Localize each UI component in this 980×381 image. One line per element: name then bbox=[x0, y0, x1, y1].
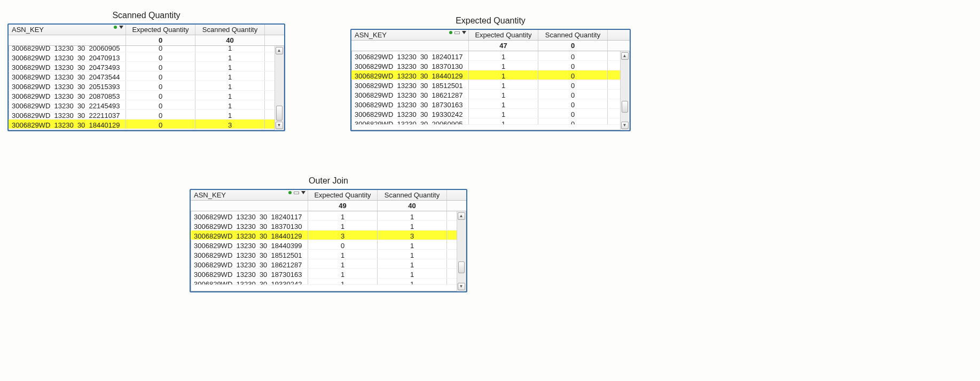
cell-scanned: 1 bbox=[378, 221, 447, 230]
table-row[interactable]: 3006829WD_13230_30_1844012933 bbox=[191, 231, 457, 240]
scanned-scrollbar[interactable]: ▲ ▼ bbox=[275, 46, 283, 130]
table-row[interactable]: 3006829WD_13230_30_1824011711 bbox=[191, 211, 457, 221]
scroll-down-icon[interactable]: ▼ bbox=[276, 122, 283, 129]
table-row[interactable]: 3006829WD_13230_30_1844039901 bbox=[191, 240, 457, 250]
cell-scanned: 0 bbox=[538, 109, 608, 118]
scroll-up-icon[interactable]: ▲ bbox=[621, 52, 629, 60]
cell-asnkey: 3006829WD_13230_30_22145493 bbox=[9, 100, 126, 109]
status-dot-icon bbox=[114, 26, 117, 29]
cell-expected: 1 bbox=[469, 61, 538, 70]
cell-asnkey: 3006829WD_13230_30_18440129 bbox=[191, 231, 308, 240]
column-header-scanned[interactable]: Scanned Quantity bbox=[195, 25, 265, 35]
column-header-scanned[interactable]: Scanned Quantity bbox=[378, 190, 447, 200]
column-header-asnkey[interactable]: ASN_KEY bbox=[9, 25, 126, 35]
dropdown-caret-icon[interactable] bbox=[301, 191, 305, 194]
cell-scanned: 3 bbox=[195, 120, 265, 129]
totals-scanned-cell: 40 bbox=[378, 201, 447, 211]
cell-scanned: 1 bbox=[195, 110, 265, 119]
totals-scanned-cell: 0 bbox=[538, 41, 608, 51]
column-header-label: Scanned Quantity bbox=[385, 191, 440, 199]
dropdown-caret-icon[interactable] bbox=[462, 31, 466, 34]
table-row[interactable]: 3006829WD_13230_30_1851250110 bbox=[351, 80, 620, 90]
cell-asnkey: 3006829WD_13230_30_18440129 bbox=[9, 120, 126, 129]
sort-box-icon[interactable] bbox=[454, 31, 460, 34]
outer-scrollbar[interactable]: ▲ ▼ bbox=[457, 211, 465, 291]
table-row[interactable]: 3006829WD_13230_30_1837013010 bbox=[351, 61, 620, 70]
scroll-up-icon[interactable]: ▲ bbox=[458, 212, 465, 220]
table-row[interactable]: 3006829WD_13230_30_1933024211 bbox=[191, 279, 457, 285]
cell-asnkey: 3006829WD_13230_30_22211037 bbox=[9, 110, 126, 119]
cell-expected: 1 bbox=[469, 90, 538, 99]
column-header-label: Scanned Quantity bbox=[545, 31, 600, 39]
column-header-label: Expected Quantity bbox=[314, 191, 371, 199]
table-row[interactable]: 3006829WD_13230_30_1837013011 bbox=[191, 221, 457, 231]
table-row[interactable]: 3006829WD_13230_30_1844012910 bbox=[351, 70, 620, 80]
cell-asnkey: 3006829WD_13230_30_19330242 bbox=[191, 279, 308, 284]
scroll-down-icon[interactable]: ▼ bbox=[458, 283, 465, 290]
cell-asnkey: 3006829WD_13230_30_20473493 bbox=[9, 62, 126, 71]
totals-expected-cell: 0 bbox=[126, 35, 195, 45]
column-header-asnkey[interactable]: ASN_KEY bbox=[191, 190, 308, 200]
outer-grid-body: 3006829WD_13230_30_18240117113006829WD_1… bbox=[191, 211, 466, 291]
totals-expected-cell: 47 bbox=[469, 41, 538, 51]
cell-scanned: 1 bbox=[378, 250, 447, 259]
table-row[interactable]: 3006829WD_13230_30_2047349301 bbox=[9, 62, 275, 72]
cell-asnkey: 3006829WD_13230_30_18730163 bbox=[191, 269, 308, 278]
cell-expected: 1 bbox=[469, 70, 538, 80]
scroll-up-icon[interactable]: ▲ bbox=[276, 47, 283, 54]
expected-grid-body: 3006829WD_13230_30_18240117103006829WD_1… bbox=[351, 51, 630, 130]
scroll-thumb[interactable] bbox=[458, 261, 465, 273]
cell-asnkey: 3006829WD_13230_30_20060905 bbox=[9, 46, 126, 52]
cell-scanned: 0 bbox=[538, 118, 608, 124]
table-row[interactable]: 3006829WD_13230_30_1873016311 bbox=[191, 269, 457, 279]
cell-scanned: 1 bbox=[195, 81, 265, 90]
column-header-expected[interactable]: Expected Quantity bbox=[308, 190, 378, 200]
scanned-panel-title: Scanned Quantity bbox=[7, 11, 285, 20]
cell-scanned: 1 bbox=[195, 46, 265, 52]
totals-key-cell bbox=[191, 201, 308, 211]
outer-grid-header: ASN_KEY Expected Quantity Scanned Quanti… bbox=[191, 190, 466, 201]
table-row[interactable]: 3006829WD_13230_30_2214549301 bbox=[9, 100, 275, 110]
scroll-down-icon[interactable]: ▼ bbox=[621, 122, 629, 129]
table-row[interactable]: 3006829WD_13230_30_1851250111 bbox=[191, 250, 457, 259]
cell-scanned: 1 bbox=[378, 259, 447, 268]
scanned-quantity-panel: Scanned Quantity ASN_KEY Expected Quanti… bbox=[7, 11, 285, 131]
table-row[interactable]: 3006829WD_13230_30_2047091301 bbox=[9, 52, 275, 62]
table-row[interactable]: 3006829WD_13230_30_2221103701 bbox=[9, 110, 275, 120]
table-row[interactable]: 3006829WD_13230_30_2087085301 bbox=[9, 91, 275, 100]
cell-expected: 1 bbox=[469, 99, 538, 108]
scroll-thumb[interactable] bbox=[276, 106, 283, 121]
table-row[interactable]: 3006829WD_13230_30_1824011710 bbox=[351, 51, 620, 61]
cell-asnkey: 3006829WD_13230_30_20473544 bbox=[9, 72, 126, 81]
table-row[interactable]: 3006829WD_13230_30_2051539301 bbox=[9, 81, 275, 91]
expected-scrollbar[interactable]: ▲ ▼ bbox=[620, 51, 629, 130]
column-header-expected[interactable]: Expected Quantity bbox=[469, 30, 538, 40]
column-header-asnkey[interactable]: ASN_KEY bbox=[351, 30, 469, 40]
column-header-expected[interactable]: Expected Quantity bbox=[126, 25, 195, 35]
table-row[interactable]: 3006829WD_13230_30_1933024210 bbox=[351, 109, 620, 118]
cell-expected: 1 bbox=[469, 80, 538, 89]
table-row[interactable]: 3006829WD_13230_30_1844012903 bbox=[9, 120, 275, 129]
cell-scanned: 1 bbox=[195, 62, 265, 71]
scroll-thumb[interactable] bbox=[622, 101, 628, 113]
cell-asnkey: 3006829WD_13230_30_18621287 bbox=[351, 90, 469, 99]
cell-expected: 0 bbox=[308, 240, 378, 249]
table-row[interactable]: 3006829WD_13230_30_1862128710 bbox=[351, 90, 620, 99]
table-row[interactable]: 3006829WD_13230_30_2006090510 bbox=[351, 118, 620, 125]
column-header-label: Scanned Quantity bbox=[202, 26, 257, 34]
table-row[interactable]: 3006829WD_13230_30_2006090501 bbox=[9, 46, 275, 52]
column-header-scanned[interactable]: Scanned Quantity bbox=[538, 30, 608, 40]
cell-asnkey: 3006829WD_13230_30_18730163 bbox=[351, 99, 469, 108]
table-row[interactable]: 3006829WD_13230_30_2047354401 bbox=[9, 72, 275, 81]
cell-expected: 1 bbox=[308, 211, 378, 220]
dropdown-caret-icon[interactable] bbox=[119, 26, 123, 29]
table-row[interactable]: 3006829WD_13230_30_1873016310 bbox=[351, 99, 620, 109]
scanned-grid: ASN_KEY Expected Quantity Scanned Quanti… bbox=[7, 23, 285, 131]
sort-box-icon[interactable] bbox=[294, 192, 299, 194]
outer-panel-title: Outer Join bbox=[190, 176, 467, 186]
table-row[interactable]: 3006829WD_13230_30_1862128711 bbox=[191, 259, 457, 269]
totals-scanned-cell: 40 bbox=[195, 35, 265, 45]
scanned-grid-body: 3006829WD_13230_30_20060905013006829WD_1… bbox=[9, 46, 284, 130]
cell-scanned: 1 bbox=[378, 269, 447, 278]
expected-panel-title: Expected Quantity bbox=[350, 16, 631, 26]
